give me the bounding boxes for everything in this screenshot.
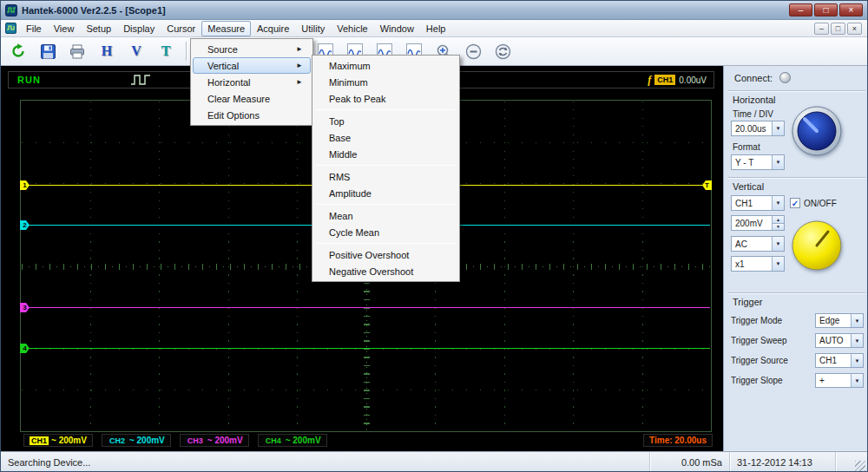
menu-window[interactable]: Window xyxy=(374,21,420,36)
menu-item-label: Maximum xyxy=(329,61,371,71)
print-icon[interactable] xyxy=(65,40,89,62)
trigger-row: Trigger SourceCH1 xyxy=(729,351,865,370)
trigger-row-label: Trigger Sweep xyxy=(731,336,787,345)
sync-icon[interactable] xyxy=(490,40,515,62)
trigger-row: Trigger SweepAUTO xyxy=(729,331,865,351)
probe-select[interactable]: x1 xyxy=(731,256,785,272)
menu-vertical-base[interactable]: Base xyxy=(314,129,457,146)
checkbox-check-icon[interactable] xyxy=(790,198,800,208)
trigger-channel-badge: CH1 xyxy=(654,75,675,85)
horizontal-panel-icon[interactable]: H xyxy=(95,40,119,62)
menu-vertical-cycle-mean[interactable]: Cycle Mean xyxy=(314,224,457,240)
time-div-knob[interactable] xyxy=(792,106,842,156)
trigger-mode-select[interactable]: Edge xyxy=(815,313,864,328)
dropdown-arrow-icon[interactable] xyxy=(851,374,863,387)
spin-up-icon[interactable]: ▲ xyxy=(773,216,784,224)
menu-vehicle[interactable]: Vehicle xyxy=(331,21,373,36)
menu-vertical-rms[interactable]: RMS xyxy=(314,168,457,185)
menu-file[interactable]: File xyxy=(20,21,48,36)
connect-label: Connect: xyxy=(734,73,773,83)
menu-display[interactable]: Display xyxy=(117,21,161,36)
menu-vertical-peak-to-peak[interactable]: Peak to Peak xyxy=(314,90,457,107)
menu-measure-horizontal[interactable]: Horizontal► xyxy=(193,74,311,90)
menu-vertical-negative-overshoot[interactable]: Negative Overshoot xyxy=(314,263,457,279)
menu-measure-clear-measure[interactable]: Clear Measure xyxy=(193,90,311,107)
trigger-flag-icon: f xyxy=(648,74,651,87)
menu-measure-source[interactable]: Source► xyxy=(193,41,311,57)
time-div-value: 20.00us xyxy=(732,124,772,134)
trigger-slope-select[interactable]: + xyxy=(815,373,864,388)
maximize-button[interactable]: □ xyxy=(814,3,838,16)
menu-item-label: Negative Overshoot xyxy=(329,266,413,277)
coupling-value: AC xyxy=(732,239,772,249)
menu-vertical-positive-overshoot[interactable]: Positive Overshoot xyxy=(314,246,457,263)
time-base-readout[interactable]: Time: 20.00us xyxy=(643,434,713,447)
dropdown-arrow-icon[interactable] xyxy=(772,257,784,271)
trace-ch4 xyxy=(22,348,710,349)
channel-select[interactable]: CH1 xyxy=(731,195,785,211)
channel-status-ch4[interactable]: CH4~ 200mV xyxy=(258,434,327,447)
connect-refresh-icon[interactable] xyxy=(6,40,30,62)
save-icon[interactable] xyxy=(36,40,60,62)
resize-grip[interactable] xyxy=(855,461,865,471)
dropdown-arrow-icon[interactable] xyxy=(772,121,784,135)
trigger-sweep-select[interactable]: AUTO xyxy=(815,333,864,348)
channel-onoff-checkbox[interactable]: ON/OFF xyxy=(790,198,837,208)
menu-vertical-middle[interactable]: Middle xyxy=(314,146,457,162)
trigger-readout: f CH1 0.00uV xyxy=(648,74,707,87)
dropdown-arrow-icon[interactable] xyxy=(851,314,863,327)
menu-acquire[interactable]: Acquire xyxy=(251,21,295,36)
menu-setup[interactable]: Setup xyxy=(80,21,117,36)
close-button[interactable]: × xyxy=(839,3,863,16)
menu-utility[interactable]: Utility xyxy=(295,21,331,36)
channel-status-ch2[interactable]: CH2~ 200mV xyxy=(102,434,171,447)
channel-status-row: CH1~ 200mVCH2~ 200mVCH3~ 200mVCH4~ 200mV xyxy=(23,434,327,447)
format-select[interactable]: Y - T xyxy=(731,154,785,170)
menu-vertical-top[interactable]: Top xyxy=(314,113,457,129)
spin-down-icon[interactable]: ▼ xyxy=(773,224,784,231)
channel-marker-ch4[interactable]: 4 xyxy=(20,344,30,353)
menu-measure[interactable]: Measure xyxy=(201,21,251,36)
channel-status-ch1[interactable]: CH1~ 200mV xyxy=(23,434,93,447)
mdi-close-button[interactable]: × xyxy=(847,23,862,35)
volts-scale-spinner[interactable]: 200mV ▲ ▼ xyxy=(731,215,785,231)
dropdown-arrow-icon[interactable] xyxy=(772,237,784,251)
trigger-position-marker[interactable]: T xyxy=(702,180,712,190)
status-bar: Searching Device... 0.00 mSa 31-12-2012 … xyxy=(1,451,867,472)
time-div-select[interactable]: 20.00us xyxy=(731,121,785,136)
dropdown-arrow-icon[interactable] xyxy=(772,196,784,210)
trigger-source-select[interactable]: CH1 xyxy=(815,353,864,368)
menu-vertical-amplitude[interactable]: Amplitude xyxy=(314,185,457,201)
channel-badge: CH3 xyxy=(186,436,205,445)
run-status: RUN xyxy=(17,75,41,85)
menu-vertical-maximum[interactable]: Maximum xyxy=(314,57,457,74)
dropdown-arrow-icon[interactable] xyxy=(851,334,863,347)
dropdown-arrow-icon[interactable] xyxy=(772,155,784,169)
channel-marker-ch3[interactable]: 3 xyxy=(20,303,30,312)
menu-separator xyxy=(316,204,456,205)
menu-vertical-mean[interactable]: Mean xyxy=(314,207,457,224)
channel-marker-ch2[interactable]: 2 xyxy=(20,220,30,230)
menu-item-label: Edit Options xyxy=(207,110,260,121)
menu-item-label: Clear Measure xyxy=(207,94,270,104)
menu-measure-vertical[interactable]: Vertical► xyxy=(193,57,311,74)
trigger-panel-icon[interactable]: T xyxy=(154,40,178,62)
menu-view[interactable]: View xyxy=(48,21,81,36)
vertical-submenu-popup: MaximumMinimumPeak to PeakTopBaseMiddleR… xyxy=(312,55,460,282)
mdi-minimize-button[interactable]: – xyxy=(814,23,829,35)
coupling-select[interactable]: AC xyxy=(731,236,785,252)
trigger-row: Trigger ModeEdge xyxy=(729,311,865,331)
volts-div-knob[interactable] xyxy=(792,220,842,271)
menu-item-label: Source xyxy=(207,44,238,55)
minimize-button[interactable]: – xyxy=(789,3,812,16)
vertical-panel-icon[interactable]: V xyxy=(124,40,148,62)
menu-vertical-minimum[interactable]: Minimum xyxy=(314,74,457,90)
menu-cursor[interactable]: Cursor xyxy=(161,21,201,36)
menu-help[interactable]: Help xyxy=(420,21,452,36)
zoom-out-icon[interactable] xyxy=(461,40,485,62)
channel-marker-ch1[interactable]: 1 xyxy=(20,180,30,190)
mdi-restore-button[interactable]: □ xyxy=(831,23,845,35)
dropdown-arrow-icon[interactable] xyxy=(851,354,863,367)
channel-status-ch3[interactable]: CH3~ 200mV xyxy=(180,434,249,447)
menu-measure-edit-options[interactable]: Edit Options xyxy=(193,107,311,123)
